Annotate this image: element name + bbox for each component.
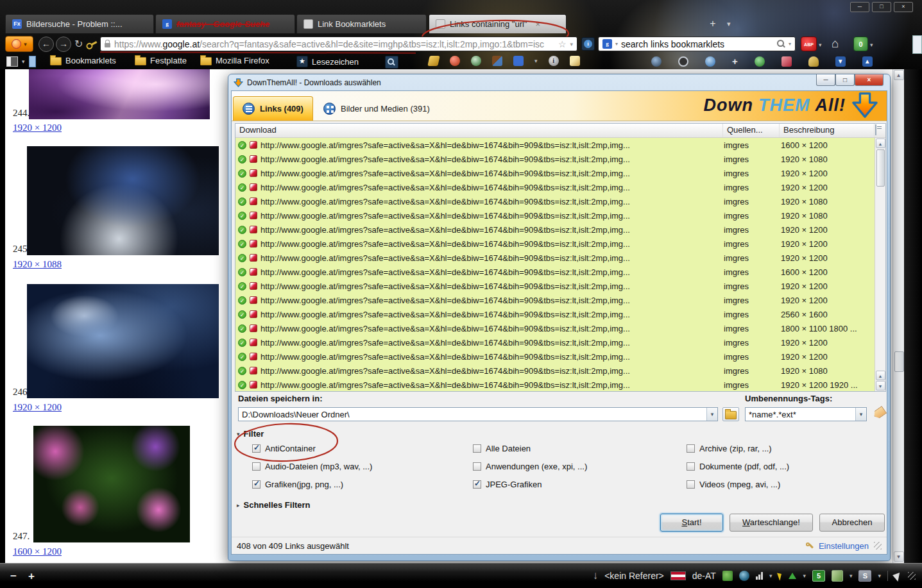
tab-links-containing-url[interactable]: Links containing "url" × (429, 14, 567, 33)
window-resize-grip[interactable] (908, 572, 916, 580)
dialog-minimize-button[interactable]: ─ (816, 74, 835, 86)
puzzle-icon[interactable] (513, 56, 524, 66)
table-scrollbar[interactable]: ▲ ▲ ▼ (875, 138, 885, 391)
tab-list-dropdown-icon[interactable]: ▾ (727, 20, 731, 28)
find-in-page-icon[interactable] (385, 56, 398, 69)
chevron-down-icon[interactable]: ▾ (878, 573, 881, 579)
download-row[interactable]: ✓http://www.google.at/imgres?safe=active… (235, 251, 875, 265)
info-circle-icon[interactable]: i (549, 56, 559, 66)
pointer-arrow-icon[interactable] (892, 570, 903, 581)
url-dropdown-icon[interactable]: ▾ (570, 41, 573, 47)
result-size-link[interactable]: 1600 × 1200 (13, 546, 62, 557)
filter-checkbox-archive-zip-rar[interactable]: Archive (zip, rar, ...) (687, 442, 878, 454)
chevron-down-icon[interactable]: ▾ (769, 573, 773, 579)
search-dropdown-icon[interactable]: ▾ (789, 41, 791, 47)
filter-checkbox-jpeg-grafiken[interactable]: JPEG-Grafiken (473, 478, 687, 490)
bookmarks-menu-button[interactable]: ★ Lesezeichen (296, 56, 359, 67)
referer-status-text[interactable]: <kein Referer> (604, 571, 664, 581)
guitar-icon[interactable] (492, 56, 502, 66)
locale-label[interactable]: de-AT (692, 571, 716, 581)
scroll-up-arrow[interactable]: ▲ (894, 70, 904, 80)
bookmark-folder-mozilla-firefox[interactable]: Mozilla Firefox (200, 56, 269, 65)
search-box[interactable]: g ▾ search links bookmarklets ▾ (598, 37, 796, 51)
settings-link[interactable]: Einstellungen (819, 541, 869, 551)
download-row[interactable]: ✓http://www.google.at/imgres?safe=active… (235, 293, 875, 307)
tab-fantasy-google[interactable]: g fantasy - Google-Suche (155, 14, 295, 33)
checkbox-unchecked[interactable] (687, 462, 695, 471)
chevron-down-icon[interactable]: ▾ (534, 58, 538, 64)
forward-button[interactable]: → (56, 37, 71, 52)
adblock-dropdown-icon[interactable]: ▾ (819, 42, 822, 48)
result-size-link[interactable]: 1920 × 1088 (13, 259, 62, 270)
result-size-link[interactable]: 1920 × 1200 (13, 402, 62, 413)
filter-checkbox-anticontainer[interactable]: AntiContainer (252, 442, 473, 454)
download-row[interactable]: ✓http://www.google.at/imgres?safe=active… (235, 180, 875, 194)
checkbox-unchecked[interactable] (252, 462, 260, 471)
zoom-icon[interactable] (705, 56, 715, 67)
tab-bilder-und-medien[interactable]: Bilder und Medien (391) (314, 96, 439, 121)
filter-checkbox-anwendungen-exe-xpi[interactable]: Anwendungen (exe, xpi, ...) (473, 460, 687, 472)
column-header-quellen[interactable]: Quellen... (723, 124, 780, 137)
tab-links[interactable]: Links (409) (233, 96, 313, 121)
quick-filter-expander[interactable]: ▸ Schnelles Filtern (237, 500, 311, 510)
download-row[interactable]: ✓http://www.google.at/imgres?safe=active… (235, 321, 875, 335)
download-row[interactable]: ✓http://www.google.at/imgres?safe=active… (235, 208, 875, 223)
tab-link-bookmarklets[interactable]: Link Bookmarklets (296, 14, 427, 33)
bookmark-star-icon[interactable]: ☆ (558, 39, 567, 49)
download-row[interactable]: ✓http://www.google.at/imgres?safe=active… (235, 152, 875, 166)
cancel-button[interactable]: Abbrechen (819, 514, 885, 532)
combo-dropdown-icon[interactable]: ▾ (706, 408, 717, 421)
tab-bildersuche[interactable]: Fx Bildersuche - Problem ::... (5, 14, 154, 33)
dialog-close-button[interactable]: × (855, 74, 884, 86)
table-scroll-down-icon[interactable]: ▼ (876, 381, 885, 391)
scroll-up-icon[interactable]: ▲ (862, 56, 873, 67)
puzzle-icon[interactable] (722, 571, 733, 581)
checkbox-unchecked[interactable] (473, 444, 481, 453)
sidebar-toggle-button[interactable]: ▾ (6, 56, 36, 67)
download-row[interactable]: ✓http://www.google.at/imgres?safe=active… (235, 364, 875, 378)
window-scrollbar[interactable]: ▲ ▼ (892, 69, 904, 563)
rename-mask-value[interactable]: *name*.*ext* (746, 410, 855, 419)
download-row[interactable]: ✓http://www.google.at/imgres?safe=active… (235, 307, 875, 321)
window-close-button[interactable]: × (894, 2, 913, 12)
column-picker-button[interactable] (875, 124, 885, 137)
globe-icon[interactable] (739, 571, 749, 581)
sandbox-icon[interactable] (832, 570, 843, 582)
checkbox-unchecked[interactable] (687, 444, 695, 453)
fireball-icon[interactable] (450, 56, 460, 66)
yellow-cursor-icon[interactable] (777, 571, 783, 580)
table-scrollbar-thumb[interactable] (876, 149, 885, 187)
rename-mask-combobox[interactable]: *name*.*ext* ▾ (745, 407, 867, 421)
shield-dropdown-icon[interactable]: ▾ (870, 42, 873, 48)
download-row[interactable]: ✓http://www.google.at/imgres?safe=active… (235, 378, 875, 391)
checkbox-checked[interactable] (252, 480, 260, 489)
download-row[interactable]: ✓http://www.google.at/imgres?safe=active… (235, 138, 875, 152)
download-row[interactable]: ✓http://www.google.at/imgres?safe=active… (235, 265, 875, 279)
browse-folder-button[interactable] (722, 407, 739, 421)
refresh-icon[interactable] (471, 56, 481, 66)
globe-icon[interactable] (651, 56, 662, 67)
download-row[interactable]: ✓http://www.google.at/imgres?safe=active… (235, 279, 875, 293)
result-thumbnail[interactable] (29, 69, 210, 119)
save-location-combobox[interactable]: D:\Downloads\Neuer Ordner\ ▾ (238, 407, 718, 421)
download-row[interactable]: ✓http://www.google.at/imgres?safe=active… (235, 166, 875, 180)
reload-button[interactable]: ↻ (74, 38, 83, 50)
noscript-count-badge[interactable]: 5 (812, 570, 825, 582)
search-engine-dropdown-icon[interactable]: ▾ (615, 41, 618, 47)
green-up-arrow-icon[interactable] (789, 573, 796, 579)
queue-button[interactable]: Warteschlange! (730, 514, 813, 532)
tab-close-icon[interactable]: × (536, 19, 541, 29)
firefox-menu-button[interactable]: ▾ (5, 36, 33, 52)
download-row[interactable]: ✓http://www.google.at/imgres?safe=active… (235, 194, 875, 208)
download-row[interactable]: ✓http://www.google.at/imgres?safe=active… (235, 237, 875, 251)
key-panel-icon[interactable] (570, 56, 580, 66)
zoom-out-button[interactable]: − (10, 570, 17, 583)
url-bar[interactable]: https://www.google.at/search?q=fantasy&s… (100, 37, 577, 51)
table-scroll-up2-icon[interactable]: ▲ (876, 371, 885, 380)
search-input-value[interactable]: search links bookmarklets (621, 39, 774, 49)
download-manager-icon[interactable]: ↓ (593, 569, 599, 582)
result-thumbnail[interactable] (33, 426, 190, 542)
back-button[interactable]: ← (38, 37, 54, 52)
chevron-down-icon[interactable]: ▾ (849, 573, 853, 579)
red-badge-icon[interactable] (781, 56, 792, 67)
